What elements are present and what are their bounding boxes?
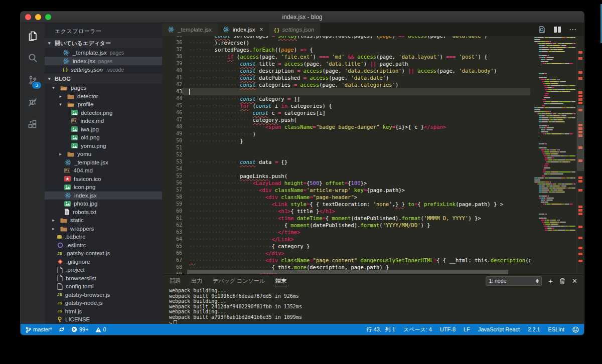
tree-item[interactable]: ▸wrappers xyxy=(45,225,162,233)
code-line[interactable]: 38············if (access(page, 'file.ext… xyxy=(162,53,530,60)
horizontal-scrollbar[interactable] xyxy=(187,270,508,274)
tree-item[interactable]: M↓404.md xyxy=(45,166,162,175)
code-line[interactable]: 59··························<Link style=… xyxy=(162,201,530,208)
tab-index.jsx[interactable]: index.jsx× xyxy=(217,23,269,36)
tab-_template.jsx[interactable]: _template.jsx xyxy=(162,23,217,36)
activity-bar-item-explorer[interactable] xyxy=(21,25,45,47)
close-panel-icon[interactable]: ✕ xyxy=(572,278,577,284)
code-line[interactable]: 55················pageLinks.push( xyxy=(162,172,530,179)
tree-item[interactable]: ▸yomu xyxy=(45,150,162,158)
code-line[interactable]: 49····················) xyxy=(162,130,530,137)
vertical-scrollbar[interactable] xyxy=(577,105,584,171)
title-bar[interactable]: index.jsx - blog xyxy=(21,12,584,23)
tree-item[interactable]: ▸detector xyxy=(45,92,162,101)
tree-item[interactable]: .gitignore xyxy=(45,258,162,266)
status-branch[interactable]: master* xyxy=(26,326,52,333)
tree-item[interactable]: detector.png xyxy=(45,109,162,117)
code-line[interactable]: 45················for (const i in catego… xyxy=(162,102,530,109)
code-line[interactable]: 58························<div className… xyxy=(162,194,530,201)
code-line[interactable]: 47····················category.push( xyxy=(162,116,530,123)
code-line[interactable]: 57······················<div className='… xyxy=(162,187,530,194)
tree-item[interactable]: ▾profile xyxy=(45,100,162,109)
tree-item[interactable]: JShtml.js xyxy=(45,307,162,316)
overview-ruler[interactable] xyxy=(576,36,584,274)
open-editor-item[interactable]: { }settings.json.vscode xyxy=(45,65,162,74)
status-warning[interactable]: 0 xyxy=(95,326,106,332)
code-editor[interactable]: 35········const sortedPages = sortBy(thi… xyxy=(162,36,584,274)
tree-item[interactable]: config.toml xyxy=(45,282,162,291)
code-line[interactable]: 36········).reverse() xyxy=(162,39,530,46)
open-editor-item[interactable]: index.jsxpages xyxy=(45,57,162,65)
tree-item[interactable]: M↓index.md xyxy=(45,117,162,125)
terminal-output[interactable]: webpack building...webpack built 0e1996e… xyxy=(162,287,584,324)
tree-item[interactable]: old.png xyxy=(45,133,162,142)
tree-item[interactable]: .eslintrc xyxy=(45,241,162,250)
more-actions-icon[interactable]: ⋯ xyxy=(569,25,577,34)
status-item[interactable]: ESLint xyxy=(548,326,564,332)
code-line[interactable]: 67························<div className… xyxy=(162,257,530,264)
tree-item[interactable]: JSgatsby-browser.js xyxy=(45,291,162,299)
split-editor-icon[interactable] xyxy=(553,26,561,33)
tree-item[interactable]: icon.png xyxy=(45,183,162,192)
code-line[interactable]: 39················const title = access(p… xyxy=(162,60,530,67)
status-item[interactable]: LF xyxy=(464,326,470,332)
feedback-smiley[interactable] xyxy=(572,326,579,333)
tree-item[interactable]: yomu.png xyxy=(45,142,162,150)
code-line[interactable]: 42················const categories = acc… xyxy=(162,81,530,88)
activity-bar-item-source-control[interactable]: 3 xyxy=(21,69,45,91)
root-folder-header[interactable]: ▾ BLOG xyxy=(45,74,162,84)
code-line[interactable]: 63····························</time> xyxy=(162,229,530,236)
code-line[interactable]: 65··························{ category } xyxy=(162,243,530,250)
code-line[interactable]: 37········sortedPages.forEach((page) => … xyxy=(162,46,530,53)
status-sync[interactable] xyxy=(59,326,65,332)
tree-item[interactable]: browserslist xyxy=(45,274,162,283)
code-line[interactable]: 66························</div> xyxy=(162,250,530,257)
tree-item[interactable]: ▾pages xyxy=(45,84,162,92)
code-line[interactable]: 50················} xyxy=(162,137,530,144)
code-line[interactable]: 53················const data = {} xyxy=(162,158,530,165)
tree-item[interactable]: ★favicon.ico xyxy=(45,175,162,184)
panel-tab-出力[interactable]: 出力 xyxy=(191,276,203,286)
code-line[interactable]: 46····················const c = categori… xyxy=(162,109,530,116)
code-line[interactable]: 60····························<h1>{ titl… xyxy=(162,208,530,215)
tree-item[interactable]: ▸static xyxy=(45,216,162,225)
open-editors-header[interactable]: ▾ 開いているエディター xyxy=(45,38,162,48)
code-line[interactable]: 41················const datePublished = … xyxy=(162,74,530,81)
code-line[interactable]: 44················const category = [] xyxy=(162,95,530,102)
tree-item[interactable]: LICENSE xyxy=(45,315,162,324)
minimap[interactable] xyxy=(530,36,576,274)
code-line[interactable]: 48························<span classNam… xyxy=(162,123,530,130)
code-line[interactable]: 40················const description = ac… xyxy=(162,67,530,74)
tab-settings.json[interactable]: { }settings.json xyxy=(269,23,320,36)
panel-tab-端末[interactable]: 端末 xyxy=(275,276,287,286)
code-line[interactable]: 61····························<time date… xyxy=(162,215,530,222)
tree-item[interactable]: _template.jsx xyxy=(45,158,162,167)
tree-item[interactable]: .project xyxy=(45,266,162,274)
tree-item[interactable]: index.jsx xyxy=(45,192,162,200)
status-item[interactable]: 行 43、列 1 xyxy=(366,326,395,333)
code-line[interactable]: 56····················<LazyLoad height={… xyxy=(162,179,530,187)
panel-tab-デバッグ コンソール[interactable]: デバッグ コンソール xyxy=(212,276,265,286)
code-line[interactable]: 62······························{ moment… xyxy=(162,222,530,229)
tree-item[interactable]: photo.jpg xyxy=(45,200,162,208)
tree-item[interactable]: .babelrc xyxy=(45,233,162,241)
status-item[interactable]: 2.2.1 xyxy=(528,326,540,332)
activity-bar-item-extensions[interactable] xyxy=(21,113,45,135)
activity-bar-item-debug[interactable] xyxy=(21,91,45,113)
open-editor-item[interactable]: _template.jsxpages xyxy=(45,48,162,57)
panel-tab-問題[interactable]: 問題 xyxy=(169,276,181,286)
activity-bar-item-search[interactable] xyxy=(21,47,45,69)
close-icon[interactable]: × xyxy=(260,26,263,33)
kill-terminal-icon[interactable] xyxy=(559,278,565,284)
status-item[interactable]: UTF-8 xyxy=(440,326,456,332)
tree-item[interactable]: JS.gatsby-context.js xyxy=(45,249,162,258)
code-line[interactable]: 51 xyxy=(162,144,530,151)
code-line[interactable]: 43 xyxy=(162,88,530,95)
code-line[interactable]: 54 xyxy=(162,165,530,172)
status-item[interactable]: スペース: 4 xyxy=(403,326,432,333)
open-preview-icon[interactable] xyxy=(538,26,546,34)
tree-item[interactable]: iwa.jpg xyxy=(45,125,162,134)
status-item[interactable]: JavaScript React xyxy=(478,326,520,332)
new-terminal-icon[interactable]: + xyxy=(548,278,553,284)
tree-item[interactable]: JSgatsby-node.js xyxy=(45,299,162,307)
